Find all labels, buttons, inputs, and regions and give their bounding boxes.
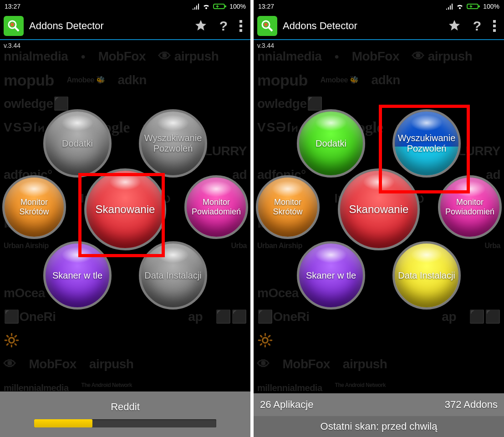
wifi-icon	[202, 3, 210, 10]
statusbar: 13:27 100%	[0, 0, 250, 13]
statusbar: 13:27 100%	[254, 0, 504, 13]
background-scanner-button[interactable]: Skaner w tle	[43, 241, 112, 310]
overflow-icon[interactable]	[493, 20, 497, 32]
appbar: Addons Detector ?	[0, 13, 250, 40]
svg-rect-5	[239, 20, 242, 23]
svg-point-12	[264, 23, 268, 26]
svg-rect-15	[493, 29, 496, 32]
favorite-icon[interactable]	[194, 19, 208, 33]
svg-rect-14	[493, 25, 496, 27]
addons-button[interactable]: Dodatki	[297, 109, 365, 178]
battery-icon	[213, 3, 227, 10]
notification-monitor-button[interactable]: Monitor Powiadomień	[184, 175, 248, 239]
app-title: Addons Detector	[283, 20, 357, 32]
last-scan-label: Ostatni skan: przed chwilą	[321, 421, 438, 432]
help-icon[interactable]: ?	[473, 18, 481, 34]
battery-icon	[467, 3, 480, 10]
svg-rect-1	[225, 5, 226, 7]
stats-bar: 26 Aplikacje 372 Addons Ostatni skan: pr…	[254, 393, 504, 437]
signal-icon	[446, 3, 453, 10]
phone-left: 13:27 100% Addons Detector ? v.3.44 nnia…	[0, 0, 250, 437]
app-title: Addons Detector	[29, 20, 104, 32]
apps-count: 26 Aplikacje	[260, 399, 313, 411]
orb-cluster: Dodatki Wyszukiwanie Pozwoleń Monitor Sk…	[270, 100, 488, 319]
status-icons: 100%	[192, 3, 246, 10]
progress-fill	[34, 419, 92, 427]
install-date-button[interactable]: Data Instalacji	[392, 241, 461, 310]
svg-rect-6	[239, 25, 242, 27]
svg-rect-0	[214, 4, 224, 9]
addons-button[interactable]: Dodatki	[43, 109, 112, 178]
app-icon	[257, 16, 277, 36]
svg-rect-8	[467, 4, 478, 9]
status-icons: 100%	[446, 3, 499, 10]
app-icon	[4, 16, 24, 36]
favorite-icon[interactable]	[448, 19, 461, 33]
shortcut-monitor-button[interactable]: Monitor Skrótów	[256, 175, 320, 239]
svg-line-3	[15, 27, 19, 31]
scan-button[interactable]: Skanowanie	[84, 168, 166, 250]
permissions-search-button[interactable]: Wyszukiwanie Pozwoleń	[392, 109, 461, 178]
scan-button[interactable]: Skanowanie	[338, 168, 420, 250]
phone-right: 13:27 100% Addons Detector ? v.3.44 nnia…	[254, 0, 504, 437]
overflow-icon[interactable]	[239, 20, 243, 32]
orb-cluster: Dodatki Wyszukiwanie Pozwoleń Monitor Sk…	[16, 100, 234, 319]
battery-pct: 100%	[483, 3, 499, 10]
addons-count: 372 Addons	[445, 399, 498, 411]
wifi-icon	[456, 3, 464, 10]
svg-rect-7	[239, 29, 242, 32]
help-icon[interactable]: ?	[219, 18, 228, 34]
scan-current-app: Reddit	[111, 401, 140, 413]
status-time: 13:27	[258, 3, 274, 10]
permissions-search-button[interactable]: Wyszukiwanie Pozwoleń	[139, 109, 207, 178]
svg-line-11	[269, 27, 272, 31]
shortcut-monitor-button[interactable]: Monitor Skrótów	[2, 175, 66, 239]
install-date-button[interactable]: Data Instalacji	[139, 241, 207, 310]
svg-rect-13	[493, 20, 496, 23]
status-time: 13:27	[5, 3, 20, 10]
appbar: Addons Detector ?	[254, 13, 504, 40]
background-scanner-button[interactable]: Skaner w tle	[297, 241, 365, 310]
battery-pct: 100%	[229, 3, 246, 10]
scan-progress-bar: Reddit	[0, 391, 250, 437]
progress-track	[34, 419, 216, 427]
notification-monitor-button[interactable]: Monitor Powiadomień	[438, 175, 502, 239]
signal-icon	[192, 3, 199, 10]
svg-point-4	[10, 23, 14, 26]
svg-rect-9	[479, 5, 480, 7]
